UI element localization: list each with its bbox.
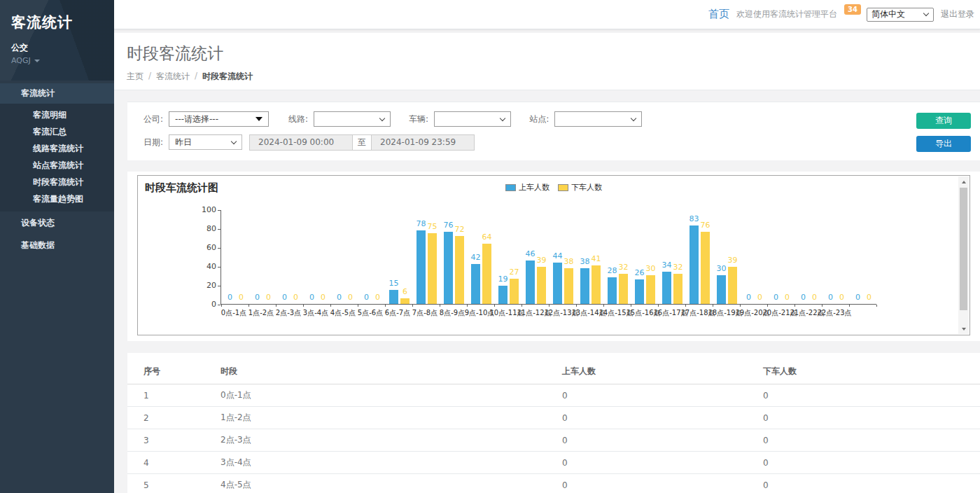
sidebar-section-2[interactable]: 设备状态 <box>0 211 114 234</box>
table-cell: 5 <box>127 474 215 493</box>
legend-label: 上车人数 <box>519 182 550 193</box>
table-cell: 0 <box>757 474 980 493</box>
sidebar-item[interactable]: 线路客流统计 <box>0 140 114 157</box>
table-row: 43点-4点00 <box>127 452 980 474</box>
y-axis-tick-mark <box>218 305 220 305</box>
table-cell: 0 <box>556 452 757 474</box>
triangle-down-icon <box>255 117 262 121</box>
chart-bar <box>564 268 573 304</box>
x-axis-tick-mark <box>248 305 249 307</box>
table-cell: 0点-1点 <box>215 384 556 407</box>
scrollbar-thumb[interactable] <box>960 188 967 310</box>
home-link[interactable]: 首页 <box>708 8 729 21</box>
chart-bar <box>498 286 507 304</box>
filter-row-1: 公司: ---请选择--- 线路: 车辆: 站点: <box>144 111 980 127</box>
breadcrumb-item[interactable]: 客流统计 <box>156 71 190 83</box>
station-select[interactable] <box>554 111 642 127</box>
x-axis-tick-mark <box>467 305 468 307</box>
chart-bar <box>619 274 628 304</box>
sidebar-item[interactable]: 客流汇总 <box>0 123 114 140</box>
sidebar-menu: 客流统计客流明细客流汇总线路客流统计站点客流统计时段客流统计客流量趋势图设备状态… <box>0 83 114 256</box>
chevron-down-icon <box>923 11 929 16</box>
x-axis-tick-mark <box>631 305 631 307</box>
table-panel: 序号时段上车人数下车人数 10点-1点0021点-2点0032点-3点0043点… <box>127 353 980 493</box>
triangle-down-icon <box>962 328 966 331</box>
vehicle-select[interactable] <box>434 111 511 127</box>
table-header-cell: 时段 <box>215 360 556 384</box>
table-cell: 2 <box>127 407 215 429</box>
company-select[interactable]: ---请选择--- <box>169 111 269 127</box>
chart-bar <box>444 232 453 304</box>
x-axis-tick-mark <box>276 305 276 307</box>
scrollbar-down-button[interactable] <box>958 324 969 334</box>
table-cell: 0 <box>757 452 980 474</box>
main-area: 首页 欢迎使用客流统计管理平台 34 简体中文 退出登录 时段客流统计 主页/客… <box>114 0 980 493</box>
language-select[interactable]: 简体中文 <box>867 8 934 22</box>
y-axis-tick-label: 20 <box>195 281 216 290</box>
legend-swatch-icon <box>505 184 516 191</box>
breadcrumb-item[interactable]: 主页 <box>127 71 144 83</box>
chart-bar <box>510 279 519 304</box>
app-title: 客流统计 <box>11 13 114 32</box>
x-axis-tick-mark <box>658 305 659 307</box>
x-axis-tick-mark <box>767 305 768 307</box>
date-from-input[interactable]: 2024-01-09 00:00 <box>249 134 353 151</box>
y-axis-tick-mark <box>218 286 220 286</box>
table-header-cell: 序号 <box>127 360 215 384</box>
x-axis-tick-mark <box>303 305 304 307</box>
table-cell: 1 <box>127 384 215 407</box>
breadcrumb-separator-icon: / <box>195 71 197 83</box>
export-button[interactable]: 导出 <box>916 136 971 152</box>
sidebar-item[interactable]: 站点客流统计 <box>0 157 114 174</box>
table-cell: 0 <box>556 407 757 429</box>
table-cell: 0 <box>757 429 980 452</box>
chart-scrollbar[interactable] <box>958 176 969 334</box>
sidebar-section-3[interactable]: 基础数据 <box>0 234 114 256</box>
breadcrumb-item: 时段客流统计 <box>202 71 253 83</box>
chart-bar <box>673 274 682 304</box>
chart-bar <box>662 272 671 304</box>
x-axis-tick-mark <box>221 305 222 307</box>
org-switcher[interactable]: AQGJ <box>11 56 114 65</box>
sidebar-item[interactable]: 客流量趋势图 <box>0 190 114 207</box>
y-axis-tick-mark <box>218 267 220 268</box>
x-axis-tick-mark <box>330 305 331 307</box>
table-cell: 4 <box>127 452 215 474</box>
chart-bar <box>553 263 562 304</box>
line-select[interactable] <box>314 111 391 127</box>
y-axis-tick-label: 100 <box>195 205 216 214</box>
chart-bar <box>416 230 426 304</box>
table-cell: 1点-2点 <box>215 407 556 429</box>
bar-value-label: 0 <box>860 293 878 302</box>
query-button[interactable]: 查询 <box>916 113 971 129</box>
chart-plot: 0204060801000000000000001567875767242641… <box>220 210 876 305</box>
x-axis-tick-mark <box>549 305 550 307</box>
chevron-down-icon <box>379 115 385 120</box>
sidebar-item[interactable]: 时段客流统计 <box>0 174 114 190</box>
x-axis-tick-mark <box>385 305 386 307</box>
date-preset-select[interactable]: 昨日 <box>169 134 242 150</box>
table-head: 序号时段上车人数下车人数 <box>127 360 980 384</box>
x-axis-category-label: 22点-23点 <box>813 308 856 318</box>
topbar: 首页 欢迎使用客流统计管理平台 34 简体中文 退出登录 <box>114 0 980 29</box>
chart-bar <box>728 267 737 304</box>
table-cell: 3点-4点 <box>215 452 556 474</box>
triangle-up-icon <box>962 181 966 183</box>
scrollbar-up-button[interactable] <box>958 176 969 187</box>
date-to-input[interactable]: 2024-01-09 23:59 <box>371 134 475 151</box>
logout-link[interactable]: 退出登录 <box>941 8 974 20</box>
filter-panel: 公司: ---请选择--- 线路: 车辆: 站点: <box>127 102 980 160</box>
page-title: 时段客流统计 <box>127 43 980 64</box>
bar-value-label: 72 <box>450 225 469 234</box>
sidebar-section-1[interactable]: 客流统计 <box>0 83 114 104</box>
y-axis-tick-mark <box>218 210 220 211</box>
sidebar-submenu: 客流明细客流汇总线路客流统计站点客流统计时段客流统计客流量趋势图 <box>0 104 114 211</box>
sidebar-item[interactable]: 客流明细 <box>0 106 114 123</box>
company-select-value: ---请选择--- <box>175 113 218 125</box>
chevron-down-icon <box>500 115 505 120</box>
bar-value-label: 64 <box>477 232 496 242</box>
y-axis-tick-label: 80 <box>195 224 216 233</box>
table-cell: 4点-5点 <box>215 474 556 493</box>
table-row: 54点-5点00 <box>127 474 980 493</box>
chart-bar <box>592 265 601 304</box>
